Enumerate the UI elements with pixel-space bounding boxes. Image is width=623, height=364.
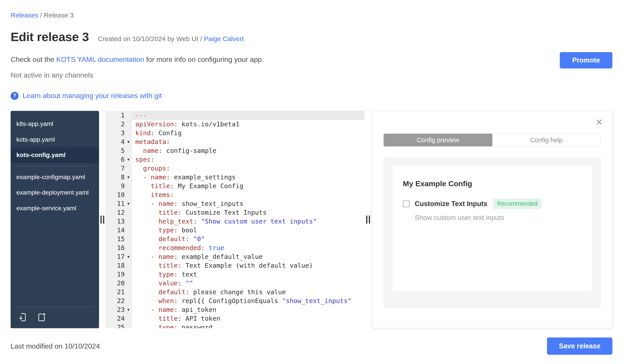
- tab-config-preview[interactable]: Config preview: [384, 134, 492, 146]
- tab-config-help[interactable]: Config help: [492, 134, 601, 146]
- code-line-1[interactable]: ---: [132, 111, 364, 120]
- code-line-20[interactable]: value: "": [135, 279, 364, 288]
- code-line-21[interactable]: default: please change this value: [135, 288, 364, 296]
- editor-gutter: 1234▾56▾78▾91011▾121314151617▾1819202122…: [106, 111, 132, 328]
- code-line-11[interactable]: - name: show_text_inputs: [135, 199, 364, 208]
- code-line-8[interactable]: - name: example_settings: [135, 173, 364, 182]
- new-file-icon[interactable]: [37, 312, 46, 322]
- code-line-14[interactable]: type: bool: [135, 226, 364, 235]
- line-number: 18: [106, 261, 125, 270]
- gutter-line-3: 3: [106, 129, 132, 137]
- code-line-18[interactable]: title: Text Example (with default value): [135, 261, 364, 270]
- recommended-badge: Recommended: [493, 199, 541, 209]
- config-area: My Example Config Customize Text Inputs …: [384, 158, 601, 308]
- gutter-line-21: 21: [106, 288, 132, 296]
- promote-button[interactable]: Promote: [560, 52, 612, 68]
- breadcrumb: Releases / Release 3: [11, 12, 612, 19]
- breadcrumb-current: Release 3: [44, 12, 74, 19]
- gutter-line-7: 7: [106, 164, 132, 173]
- gutter-line-25: 25: [106, 323, 132, 328]
- fold-arrow-icon[interactable]: ▾: [125, 137, 132, 146]
- gutter-line-9: 9: [106, 182, 132, 190]
- line-number: 21: [106, 288, 125, 296]
- gutter-line-17: 17▾: [106, 252, 132, 261]
- file-item-example-configmap.yaml[interactable]: example-configmap.yaml: [11, 169, 99, 185]
- last-modified: Last modified on 10/10/2024: [11, 342, 100, 350]
- code-line-2[interactable]: apiVersion: kots.io/v1beta1: [135, 120, 364, 129]
- gutter-line-15: 15: [106, 235, 132, 243]
- file-item-example-deployment.yaml[interactable]: example-deployment.yaml: [11, 185, 99, 201]
- code-line-13[interactable]: help_text: "Show custom user text inputs…: [135, 217, 364, 226]
- line-number: 24: [106, 314, 125, 323]
- release-editor-workspace: k8s-app.yamlkots-app.yamlkots-config.yam…: [11, 111, 612, 328]
- code-line-23[interactable]: - name: api_token: [135, 305, 364, 314]
- kots-yaml-doc-link[interactable]: KOTS YAML documentation: [56, 55, 144, 63]
- fold-arrow-icon[interactable]: ▾: [125, 199, 132, 208]
- gutter-line-13: 13: [106, 217, 132, 226]
- gutter-line-20: 20: [106, 279, 132, 288]
- editor-preview-gap: [364, 111, 372, 328]
- line-number: 12: [106, 208, 125, 217]
- fold-arrow-icon[interactable]: ▾: [125, 155, 132, 164]
- footer-bar: Last modified on 10/10/2024 Save release: [11, 338, 612, 355]
- file-item-kots-config.yaml[interactable]: kots-config.yaml: [11, 147, 99, 163]
- gutter-line-19: 19: [106, 270, 132, 279]
- save-release-button[interactable]: Save release: [547, 338, 612, 355]
- sidebar-footer: [16, 307, 94, 328]
- gutter-line-4: 4▾: [106, 137, 132, 146]
- code-line-10[interactable]: items:: [135, 190, 364, 199]
- config-preview-panel: ✕ Config preview Config help My Example …: [372, 111, 612, 328]
- line-number: 17: [106, 252, 125, 261]
- line-number: 8: [106, 173, 125, 182]
- file-item-k8s-app.yaml[interactable]: k8s-app.yaml: [11, 116, 99, 132]
- gutter-line-24: 24: [106, 314, 132, 323]
- doc-line: Check out the KOTS YAML documentation fo…: [11, 55, 612, 64]
- gutter-line-2: 2: [106, 120, 132, 129]
- customize-text-inputs-checkbox[interactable]: [403, 201, 409, 207]
- code-line-19[interactable]: type: text: [135, 270, 364, 279]
- yaml-code-editor[interactable]: 1234▾56▾78▾91011▾121314151617▾1819202122…: [106, 111, 364, 328]
- file-item-kots-app.yaml[interactable]: kots-app.yaml: [11, 132, 99, 147]
- resize-handle-left[interactable]: [99, 214, 106, 225]
- code-line-17[interactable]: - name: example_default_value: [135, 252, 364, 261]
- author-link[interactable]: Paige Calvert: [204, 35, 244, 42]
- code-line-7[interactable]: groups:: [135, 164, 364, 173]
- close-icon[interactable]: ✕: [595, 118, 603, 127]
- line-number: 2: [106, 120, 125, 129]
- line-number: 20: [106, 279, 125, 288]
- line-number: 9: [106, 182, 125, 190]
- line-number: 19: [106, 270, 125, 279]
- config-item-title: Customize Text Inputs: [415, 200, 487, 208]
- code-line-9[interactable]: title: My Example Config: [135, 182, 364, 190]
- fold-arrow-icon[interactable]: ▾: [125, 173, 132, 182]
- breadcrumb-separator: /: [38, 12, 44, 19]
- git-releases-link[interactable]: Learn about managing your releases with …: [22, 92, 162, 100]
- gutter-line-22: 22: [106, 296, 132, 305]
- code-line-15[interactable]: default: "0": [135, 235, 364, 243]
- code-line-24[interactable]: title: API token: [135, 314, 364, 323]
- code-line-5[interactable]: name: config-sample: [135, 146, 364, 155]
- code-line-12[interactable]: title: Customize Text Inputs: [135, 208, 364, 217]
- gutter-line-12: 12: [106, 208, 132, 217]
- breadcrumb-releases-link[interactable]: Releases: [11, 12, 38, 19]
- upload-file-icon[interactable]: [18, 312, 27, 322]
- fold-arrow-icon[interactable]: ▾: [125, 305, 132, 314]
- line-number: 6: [106, 155, 125, 164]
- code-line-22[interactable]: when: repl{{ ConfigOptionEquals "show_te…: [135, 296, 364, 305]
- code-line-3[interactable]: kind: Config: [135, 129, 364, 137]
- code-line-4[interactable]: metadata:: [135, 137, 364, 146]
- line-number: 16: [106, 243, 125, 252]
- line-number: 13: [106, 217, 125, 226]
- doc-prefix: Check out the: [11, 55, 56, 63]
- code-line-16[interactable]: recommended: true: [135, 243, 364, 252]
- line-number: 23: [106, 305, 125, 314]
- line-number: 7: [106, 164, 125, 173]
- line-number: 22: [106, 296, 125, 305]
- fold-arrow-icon[interactable]: ▾: [125, 252, 132, 261]
- gutter-line-23: 23▾: [106, 305, 132, 314]
- file-sidebar: k8s-app.yamlkots-app.yamlkots-config.yam…: [11, 111, 99, 328]
- code-line-6[interactable]: spec:: [135, 155, 364, 164]
- code-line-25[interactable]: type: password: [135, 323, 364, 328]
- resize-handle-right[interactable]: [365, 214, 371, 225]
- file-item-example-service.yaml[interactable]: example-service.yaml: [11, 201, 99, 216]
